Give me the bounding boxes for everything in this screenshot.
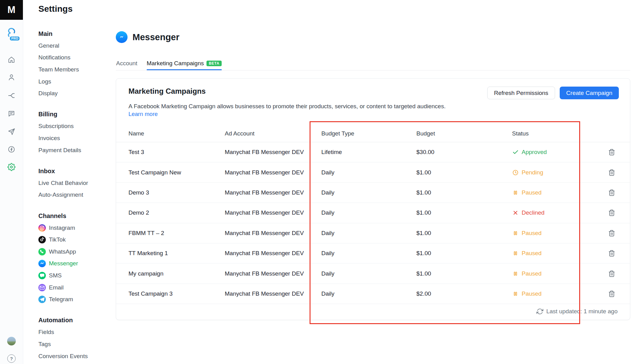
create-campaign-button[interactable]: Create Campaign (560, 87, 619, 99)
table-row: My campaign Manychat FB Messenger DEV Da… (116, 263, 630, 284)
sidebar-item-telegram[interactable]: Telegram (38, 293, 119, 306)
sidebar-item-display[interactable]: Display (38, 88, 119, 100)
budget-type: Daily (321, 189, 416, 196)
table-row: TT Marketing 1 Manychat FB Messenger DEV… (116, 243, 630, 263)
budget: $1.00 (416, 209, 512, 216)
paused-icon (512, 230, 519, 237)
nav-section-title: Main (38, 28, 119, 40)
status-badge: Paused (512, 290, 589, 297)
status-badge: Paused (512, 230, 589, 237)
ad-account: Manychat FB Messenger DEV (225, 189, 321, 196)
sidebar-item-auto-assignment[interactable]: Auto-Assignment (38, 189, 119, 201)
ad-account: Manychat FB Messenger DEV (225, 169, 321, 176)
sidebar-item-sms[interactable]: SMS (38, 270, 119, 282)
sidebar-item-notifications[interactable]: Notifications (38, 52, 119, 64)
icon-rail: M PRO (0, 0, 23, 364)
nav-section-billing: Billing Subscriptions Invoices Payment D… (38, 109, 119, 156)
pro-account-logo[interactable]: PRO (5, 26, 18, 41)
nav-section-channels: Channels Instagram (38, 210, 119, 306)
sidebar-item-whatsapp[interactable]: WhatsApp (38, 246, 119, 258)
home-nav[interactable] (7, 56, 15, 64)
sidebar-item-invoices[interactable]: Invoices (38, 132, 119, 144)
delete-campaign-button[interactable] (608, 169, 615, 176)
tab-marketing-campaigns[interactable]: Marketing Campaigns BETA (147, 58, 222, 70)
ad-account: Manychat FB Messenger DEV (225, 149, 321, 156)
help-button[interactable]: ? (7, 354, 16, 363)
delete-campaign-button[interactable] (608, 189, 615, 196)
settings-nav[interactable] (7, 163, 15, 171)
messenger-icon (38, 260, 46, 267)
sidebar-item-email[interactable]: Email (38, 281, 119, 293)
pro-badge: PRO (9, 36, 20, 41)
table-row: Demo 2 Manychat FB Messenger DEV Daily $… (116, 203, 630, 223)
beta-badge: BETA (206, 61, 221, 66)
learn-more-link[interactable]: Learn more (128, 111, 158, 118)
delete-campaign-button[interactable] (608, 209, 615, 216)
campaigns-table: Name Ad Account Budget Type Budget Statu… (116, 125, 630, 319)
sidebar-item-conversion-events[interactable]: Conversion Events (38, 350, 119, 362)
delete-campaign-button[interactable] (608, 148, 615, 156)
paused-icon (512, 250, 519, 257)
ad-account: Manychat FB Messenger DEV (225, 250, 321, 257)
avatar (7, 337, 16, 345)
column-header-budget: Budget (416, 130, 512, 137)
sidebar-item-logs[interactable]: Logs (38, 75, 119, 88)
tab-bar: Account Marketing Campaigns BETA (116, 58, 630, 71)
automation-nav[interactable] (7, 92, 15, 100)
sms-icon (38, 272, 46, 279)
nav-section-inbox: Inbox Live Chat Behavior Auto-Assignment (38, 165, 119, 201)
declined-x-icon (512, 209, 519, 216)
refresh-status-button[interactable] (536, 308, 543, 315)
facebook-nav[interactable] (7, 145, 15, 153)
nav-section-title: Automation (38, 314, 119, 326)
delete-campaign-button[interactable] (608, 290, 615, 298)
budget-type: Daily (321, 290, 416, 297)
user-avatar[interactable] (7, 337, 16, 345)
sidebar-item-tiktok[interactable]: TikTok (38, 234, 119, 246)
table-row: Test 3 Manychat FB Messenger DEV Lifetim… (116, 142, 630, 162)
broadcast-nav[interactable] (7, 127, 15, 135)
budget-type: Lifetime (321, 149, 416, 156)
manychat-logo[interactable]: M (0, 0, 23, 20)
channel-label: WhatsApp (49, 248, 76, 255)
home-icon (7, 56, 15, 64)
budget-type: Daily (321, 230, 416, 237)
delete-campaign-button[interactable] (608, 250, 615, 257)
sidebar-item-team-members[interactable]: Team Members (38, 64, 119, 76)
delete-campaign-button[interactable] (608, 270, 615, 277)
budget: $1.00 (416, 270, 512, 277)
chat-bubble-icon (7, 109, 15, 118)
sidebar-item-payment-details[interactable]: Payment Details (38, 144, 119, 156)
sidebar-item-general[interactable]: General (38, 40, 119, 52)
refresh-icon (536, 308, 543, 315)
trash-icon (608, 229, 615, 237)
sidebar-item-live-chat-behavior[interactable]: Live Chat Behavior (38, 177, 119, 189)
budget-type: Daily (321, 209, 416, 216)
sidebar-item-instagram[interactable]: Instagram (38, 222, 119, 234)
sidebar-item-tags[interactable]: Tags (38, 338, 119, 350)
sidebar-item-subscriptions[interactable]: Subscriptions (38, 120, 119, 132)
status-badge: Paused (512, 189, 589, 196)
marketing-campaigns-card: Marketing Campaigns Refresh Permissions … (116, 78, 630, 320)
channel-label: Messenger (49, 260, 78, 267)
last-updated-text: Last updated: 1 minute ago (546, 308, 618, 315)
tab-account[interactable]: Account (116, 58, 137, 70)
contacts-nav[interactable] (7, 73, 15, 81)
sidebar-item-fields[interactable]: Fields (38, 326, 119, 338)
card-title: Marketing Campaigns (128, 87, 206, 96)
delete-campaign-button[interactable] (608, 229, 615, 237)
settings-nav: Main General Notifications Team Members … (38, 28, 119, 362)
campaign-name: Demo 2 (128, 209, 225, 216)
refresh-permissions-button[interactable]: Refresh Permissions (487, 87, 555, 99)
live-chat-nav[interactable] (7, 109, 15, 118)
card-buttons: Refresh Permissions Create Campaign (487, 87, 619, 99)
column-header-ad-account: Ad Account (225, 130, 321, 137)
manychat-logo-letter: M (7, 4, 15, 15)
sidebar-item-messenger[interactable]: Messenger (38, 258, 119, 270)
campaign-name: Test Campaign 3 (128, 290, 225, 297)
nav-section-automation: Automation Fields Tags Conversion Events (38, 314, 119, 362)
trash-icon (608, 290, 615, 298)
ad-account: Manychat FB Messenger DEV (225, 270, 321, 277)
automation-flow-icon (7, 92, 15, 100)
page-title: Settings (38, 4, 72, 14)
